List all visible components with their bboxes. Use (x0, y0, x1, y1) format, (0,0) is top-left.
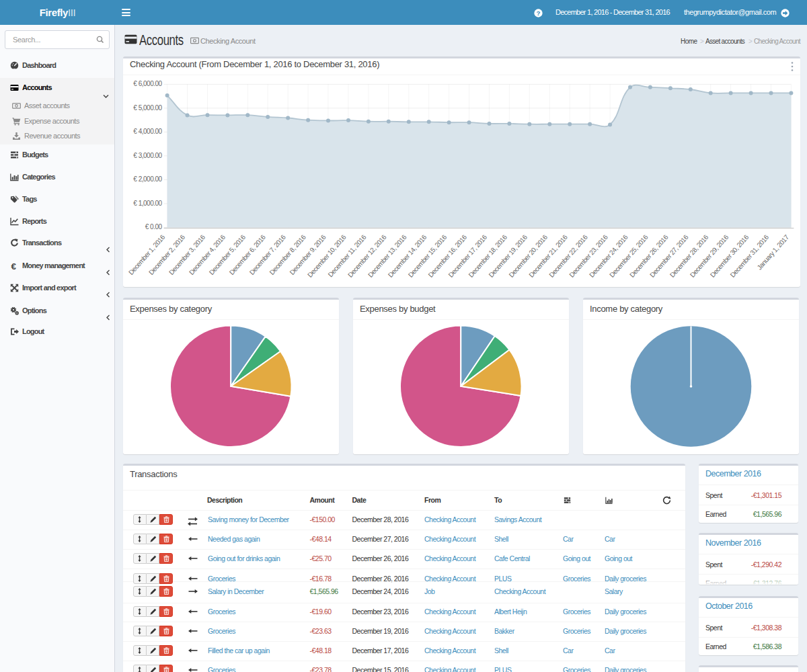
svg-text:€ 3,000.00: € 3,000.00 (133, 152, 162, 159)
svg-text:€ 5,000.00: € 5,000.00 (133, 104, 162, 112)
svg-text:?: ? (537, 9, 541, 17)
svg-text:December 9, 2016: December 9, 2016 (289, 233, 328, 276)
svg-text:December 6, 2016: December 6, 2016 (228, 233, 268, 276)
svg-text:€: € (11, 261, 17, 270)
svg-text:December 5, 2016: December 5, 2016 (208, 233, 247, 276)
svg-text:€ 6,000.00: € 6,000.00 (133, 80, 162, 87)
svg-text:December 3, 2016: December 3, 2016 (167, 233, 207, 276)
svg-text:December 8, 2016: December 8, 2016 (268, 233, 308, 276)
svg-text:December 1, 2016: December 1, 2016 (127, 233, 167, 276)
svg-text:€ 1,000.00: € 1,000.00 (133, 200, 162, 207)
svg-text:December 4, 2016: December 4, 2016 (188, 233, 227, 276)
svg-text:December 2, 2016: December 2, 2016 (147, 233, 187, 276)
svg-text:€ 2,000.00: € 2,000.00 (133, 175, 162, 183)
svg-text:€ 4,000.00: € 4,000.00 (133, 128, 162, 135)
svg-text:€ 0.00: € 0.00 (145, 223, 163, 230)
svg-text:December 7, 2016: December 7, 2016 (248, 233, 288, 276)
